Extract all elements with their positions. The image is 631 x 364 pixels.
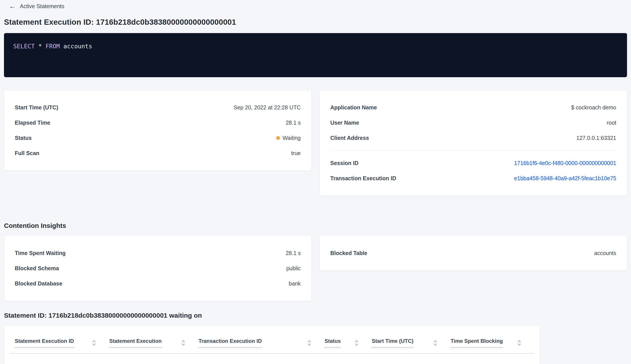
status-waiting-dot-icon xyxy=(276,136,280,140)
kv-row-blocked-database: Blocked Database bank xyxy=(15,276,301,291)
sort-icon[interactable] xyxy=(518,340,521,346)
contention-details-card: Time Spent Waiting 28.1 s Blocked Schema… xyxy=(4,236,312,301)
waiting-on-heading: Statement ID: 1716b218dc0b38380000000000… xyxy=(4,312,627,319)
page-title: Statement Execution ID: 1716b218dc0b3838… xyxy=(4,18,627,26)
cell-statement-execution-id xyxy=(10,354,109,364)
column-header-start-time[interactable]: Start Time (UTC) xyxy=(372,329,450,354)
blocked-table-value: accounts xyxy=(594,250,616,256)
sort-icon[interactable] xyxy=(92,340,96,346)
column-header-statement-execution[interactable]: Statement Execution xyxy=(109,329,198,354)
contention-insights-heading: Contention Insights xyxy=(4,222,627,230)
client-address-label: Client Address xyxy=(330,135,369,141)
column-header-time-spent-blocking[interactable]: Time Spent Blocking xyxy=(450,329,534,354)
elapsed-time-label: Elapsed Time xyxy=(15,120,50,126)
blocked-table-card: Blocked Table accounts xyxy=(320,236,627,271)
sql-keyword-from: FROM xyxy=(46,43,60,50)
kv-row-blocked-table: Blocked Table accounts xyxy=(330,246,616,261)
back-link[interactable]: ← Active Statements xyxy=(4,0,627,10)
kv-row-blocked-schema: Blocked Schema public xyxy=(15,261,301,276)
sql-keyword-select: SELECT xyxy=(13,43,35,50)
cell-statement-execution xyxy=(109,354,198,364)
kv-row-elapsed-time: Elapsed Time 28.1 s xyxy=(15,115,301,130)
statement-details-page: ← Active Statements Statement Execution … xyxy=(0,0,631,364)
session-id-label: Session ID xyxy=(330,160,358,166)
kv-row-time-spent-waiting: Time Spent Waiting 28.1 s xyxy=(15,246,301,261)
user-name-label: User Name xyxy=(330,120,359,126)
kv-row-user-name: User Name root xyxy=(330,115,616,130)
kv-row-start-time: Start Time (UTC) Sep 20, 2022 at 22:28 U… xyxy=(15,100,301,115)
column-header-status[interactable]: Status xyxy=(324,329,372,354)
sort-icon[interactable] xyxy=(181,340,185,346)
table-header-row: Statement Execution ID Statement Executi… xyxy=(10,329,534,354)
kv-row-application-name: Application Name $ cockroach demo xyxy=(330,100,616,115)
table-row: 64530d0c-969f-437e-a9b4-26a72245e45e Exe… xyxy=(10,354,534,364)
sql-statement-text: SELECT * FROM accounts xyxy=(13,43,618,50)
waiting-on-table-card: Statement Execution ID Statement Executi… xyxy=(4,326,540,364)
transaction-execution-id-link[interactable]: e1bba458-5948-40a9-a42f-5feac1b10e75 xyxy=(514,175,616,182)
application-name-value: $ cockroach demo xyxy=(571,104,616,111)
kv-row-transaction-execution-id: Transaction Execution ID e1bba458-5948-4… xyxy=(330,171,616,186)
start-time-value: Sep 20, 2022 at 22:28 UTC xyxy=(234,104,301,111)
column-header-transaction-execution-id[interactable]: Transaction Execution ID xyxy=(198,329,324,354)
kv-row-status: Status Waiting xyxy=(15,130,301,146)
client-address-value: 127.0.0.1:63321 xyxy=(576,135,616,141)
session-details-card: Application Name $ cockroach demo User N… xyxy=(320,90,627,196)
sql-table-ref: accounts xyxy=(60,43,92,50)
kv-row-client-address: Client Address 127.0.0.1:63321 xyxy=(330,130,616,146)
time-spent-waiting-value: 28.1 s xyxy=(286,250,301,256)
cell-time-spent-blocking: 28.1 s xyxy=(450,354,534,364)
sql-statement-box: SELECT * FROM accounts xyxy=(4,33,627,77)
full-scan-label: Full Scan xyxy=(15,150,39,156)
blocked-table-label: Blocked Table xyxy=(330,250,367,256)
contention-cards-row: Time Spent Waiting 28.1 s Blocked Schema… xyxy=(4,236,627,301)
blocked-database-value: bank xyxy=(289,280,301,287)
execution-details-card: Start Time (UTC) Sep 20, 2022 at 22:28 U… xyxy=(4,90,312,171)
full-scan-value: true xyxy=(291,150,301,156)
status-badge: Waiting xyxy=(276,135,301,141)
status-label: Status xyxy=(15,135,32,141)
blocked-schema-label: Blocked Schema xyxy=(15,265,59,272)
session-card-divider xyxy=(330,150,616,151)
time-spent-waiting-label: Time Spent Waiting xyxy=(15,250,66,256)
column-header-statement-execution-id[interactable]: Statement Execution ID xyxy=(10,329,109,354)
session-id-link[interactable]: 1716b1f6-4e0c-f480-0000-000000000001 xyxy=(514,160,616,166)
sort-icon[interactable] xyxy=(307,340,311,346)
blocked-database-label: Blocked Database xyxy=(15,280,62,287)
kv-row-full-scan: Full Scan true xyxy=(15,146,301,161)
kv-row-session-id: Session ID 1716b1f6-4e0c-f480-0000-00000… xyxy=(330,156,616,171)
user-name-value: root xyxy=(607,120,616,126)
cell-start-time: Sep 20, 2022 at 22:27 xyxy=(372,354,450,364)
overview-cards-row: Start Time (UTC) Sep 20, 2022 at 22:28 U… xyxy=(4,90,627,196)
sort-icon[interactable] xyxy=(354,340,358,346)
blocked-schema-value: public xyxy=(286,265,301,272)
back-link-label: Active Statements xyxy=(20,3,64,10)
start-time-label: Start Time (UTC) xyxy=(15,104,58,111)
sort-icon[interactable] xyxy=(433,340,437,346)
application-name-label: Application Name xyxy=(330,104,377,111)
back-arrow-icon: ← xyxy=(9,3,16,10)
status-value: Waiting xyxy=(283,135,301,141)
cell-status: Executing xyxy=(324,354,372,364)
cell-transaction-execution-id: 64530d0c-969f-437e-a9b4-26a72245e45e xyxy=(198,354,324,364)
elapsed-time-value: 28.1 s xyxy=(286,120,301,126)
waiting-on-table: Statement Execution ID Statement Executi… xyxy=(10,329,534,364)
sql-star: * xyxy=(35,43,46,50)
transaction-execution-id-label: Transaction Execution ID xyxy=(330,175,396,182)
